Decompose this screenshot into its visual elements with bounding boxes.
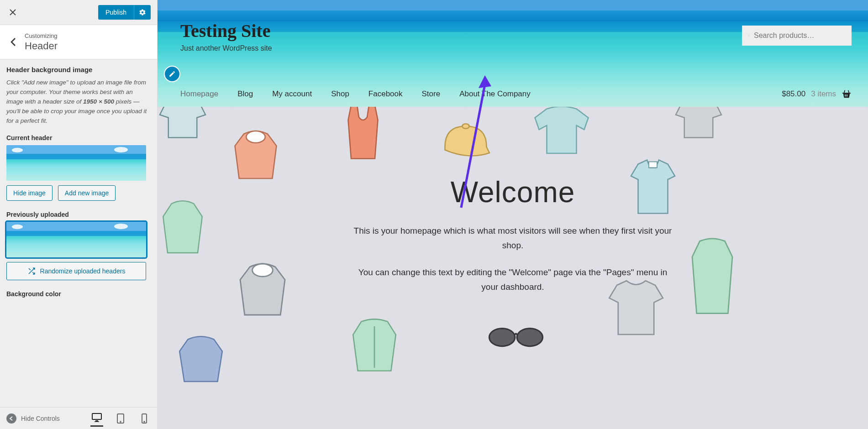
randomize-headers-button[interactable]: Randomize uploaded headers — [6, 262, 146, 280]
illustration-jacket-icon — [687, 235, 737, 317]
search-icon — [748, 31, 749, 40]
publish-button[interactable]: Publish — [98, 5, 134, 20]
svg-rect-2 — [92, 413, 101, 419]
mobile-preview-icon[interactable] — [138, 410, 151, 427]
svg-point-15 — [489, 329, 515, 346]
shuffle-icon — [27, 267, 36, 275]
site-header: Testing Site Just another WordPress site… — [158, 0, 868, 107]
sidebar-top-bar: Publish — [0, 0, 157, 25]
site-tagline: Just another WordPress site — [180, 44, 272, 52]
site-content: Welcome This is your homepage which is w… — [158, 107, 868, 429]
nav-homepage[interactable]: Homepage — [180, 89, 218, 99]
welcome-block: Welcome This is your homepage which is w… — [353, 175, 673, 306]
close-icon — [9, 9, 16, 16]
nav-blog[interactable]: Blog — [237, 89, 253, 99]
welcome-heading: Welcome — [353, 175, 673, 209]
svg-point-11 — [246, 131, 265, 143]
pencil-icon — [168, 70, 176, 78]
illustration-shirt-icon — [158, 107, 212, 143]
collapse-icon — [6, 413, 16, 424]
customizer-sidebar: Publish Customizing Header Header backgr… — [0, 0, 158, 429]
add-new-image-button[interactable]: Add new image — [58, 185, 116, 201]
illustration-hoodie3-icon — [171, 330, 231, 385]
device-icons — [90, 410, 151, 427]
svg-point-9 — [748, 35, 749, 36]
publish-settings-button[interactable] — [134, 5, 151, 20]
gear-icon — [139, 9, 146, 16]
close-customizer-button[interactable] — [4, 3, 22, 21]
current-header-thumb[interactable] — [6, 145, 146, 181]
illustration-hoodie2-icon — [231, 257, 295, 321]
cart-items: 3 items — [811, 89, 836, 99]
illustration-tank-icon — [336, 107, 390, 162]
illustration-shirt2-icon — [669, 107, 728, 143]
cart-summary[interactable]: $85.00 3 items — [782, 89, 852, 99]
site-title[interactable]: Testing Site — [180, 20, 272, 42]
edit-shortcut-button[interactable] — [164, 66, 180, 82]
welcome-paragraph-2: You can change this text by editing the … — [353, 265, 673, 295]
current-header-label: Current header — [6, 134, 151, 141]
previously-uploaded-label: Previously uploaded — [6, 211, 151, 218]
back-button[interactable] — [4, 31, 23, 53]
illustration-hoodie-icon — [226, 125, 285, 184]
nav-shop[interactable]: Shop — [331, 89, 349, 99]
site-branding: Testing Site Just another WordPress site — [180, 20, 272, 52]
illustration-sunglasses-icon — [486, 321, 546, 353]
customizing-label: Customizing — [25, 32, 58, 39]
previously-uploaded-thumb[interactable] — [6, 222, 146, 257]
nav-facebook[interactable]: Facebook — [368, 89, 403, 99]
hide-controls-button[interactable]: Hide Controls — [6, 413, 90, 424]
publish-group: Publish — [98, 5, 151, 20]
svg-point-6 — [120, 421, 121, 422]
svg-rect-13 — [649, 162, 657, 167]
illustration-cap-icon — [436, 116, 495, 166]
svg-point-14 — [253, 264, 273, 277]
main-nav: Homepage Blog My account Shop Facebook S… — [180, 89, 531, 99]
welcome-paragraph-1: This is your homepage which is what most… — [353, 224, 673, 253]
hide-image-button[interactable]: Hide image — [6, 185, 53, 201]
cart-amount: $85.00 — [782, 89, 805, 99]
svg-rect-4 — [95, 421, 99, 422]
svg-point-12 — [462, 124, 469, 128]
basket-icon — [842, 89, 852, 99]
sidebar-footer: Hide Controls — [0, 407, 157, 429]
chevron-left-icon — [10, 37, 16, 47]
nav-about[interactable]: About The Company — [459, 89, 531, 99]
section-title: Header — [25, 40, 58, 52]
svg-rect-3 — [95, 420, 98, 421]
nav-store[interactable]: Store — [422, 89, 441, 99]
site-preview: Testing Site Just another WordPress site… — [158, 0, 868, 429]
illustration-sweater-icon — [158, 194, 208, 262]
section-header: Customizing Header — [0, 25, 157, 59]
header-bg-image-heading: Header background image — [6, 66, 151, 73]
illustration-jacket2-icon — [345, 312, 404, 376]
search-box[interactable] — [742, 26, 852, 46]
desktop-preview-icon[interactable] — [90, 410, 103, 427]
search-input[interactable] — [754, 31, 845, 40]
sidebar-body: Header background image Click "Add new i… — [0, 59, 157, 407]
nav-my-account[interactable]: My account — [272, 89, 312, 99]
svg-point-16 — [517, 329, 542, 346]
svg-point-8 — [144, 421, 145, 422]
background-color-label: Background color — [6, 290, 151, 298]
illustration-longsleeve-icon — [532, 107, 591, 157]
help-text: Click "Add new image" to upload an image… — [6, 78, 151, 126]
tablet-preview-icon[interactable] — [114, 410, 127, 427]
